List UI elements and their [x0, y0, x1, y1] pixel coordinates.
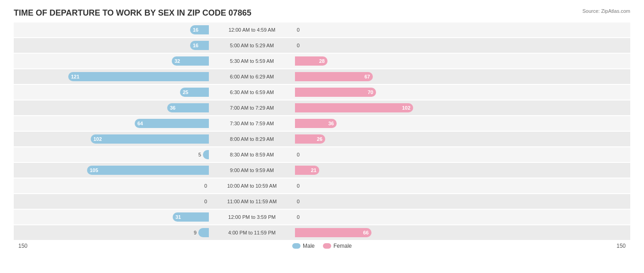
- footer-row: 150 Male Female 150: [14, 243, 630, 249]
- male-section: 25: [14, 85, 211, 100]
- male-value-zero: 0: [204, 183, 207, 189]
- legend-swatch-male: [292, 243, 300, 249]
- male-section: 102: [14, 132, 211, 146]
- footer-scale-right: 150: [617, 243, 626, 249]
- footer-scale-left: 150: [18, 243, 27, 249]
- bar-row: 1216:00 AM to 6:29 AM67: [14, 69, 630, 84]
- legend-item-female: Female: [323, 243, 352, 249]
- male-value-inside: 31: [175, 214, 181, 220]
- time-label: 8:00 AM to 8:29 AM: [211, 136, 293, 142]
- female-value-zero: 0: [297, 152, 300, 157]
- male-bar: [203, 150, 209, 159]
- female-section: 0: [293, 38, 490, 53]
- bar-row: 94:00 PM to 11:59 PM66: [14, 225, 630, 240]
- bar-row: 1059:00 AM to 9:59 AM21: [14, 163, 630, 178]
- time-label: 6:30 AM to 6:59 AM: [211, 89, 293, 95]
- female-bar: 28: [295, 56, 327, 66]
- bar-row: 3112:00 PM to 3:59 PM0: [14, 210, 630, 224]
- male-bar: 16: [190, 41, 209, 50]
- male-value-outside: 9: [194, 230, 196, 235]
- time-label: 12:00 AM to 4:59 AM: [211, 27, 293, 33]
- male-bar: 121: [68, 72, 209, 81]
- female-bar: 66: [295, 228, 371, 237]
- female-section: 28: [293, 54, 490, 68]
- male-section: 0: [14, 194, 211, 209]
- bar-row: 165:00 AM to 5:29 AM0: [14, 38, 630, 53]
- female-section: 0: [293, 178, 490, 193]
- female-value-zero: 0: [297, 214, 300, 220]
- male-section: 5: [14, 147, 211, 162]
- female-section: 0: [293, 210, 490, 224]
- male-section: 0: [14, 178, 211, 193]
- male-bar: 105: [87, 166, 209, 175]
- female-value-inside: 70: [368, 89, 373, 95]
- legend-swatch-female: [323, 243, 331, 249]
- male-bar: [198, 228, 209, 237]
- male-value-inside: 64: [137, 121, 143, 126]
- male-bar: 16: [190, 25, 209, 34]
- time-label: 7:00 AM to 7:29 AM: [211, 105, 293, 111]
- bar-row: 256:30 AM to 6:59 AM70: [14, 85, 630, 100]
- female-bar: 102: [295, 103, 413, 112]
- female-value-inside: 28: [319, 58, 325, 64]
- male-bar: 32: [172, 56, 209, 66]
- male-section: 16: [14, 22, 211, 37]
- male-value-outside: 5: [198, 152, 201, 157]
- male-bar: 102: [91, 134, 209, 144]
- male-value-inside: 102: [93, 136, 102, 142]
- female-value-inside: 21: [311, 167, 317, 173]
- female-value-inside: 36: [328, 121, 334, 126]
- time-label: 10:00 AM to 10:59 AM: [211, 183, 293, 189]
- female-value-zero: 0: [297, 27, 300, 33]
- male-bar: 31: [173, 212, 209, 222]
- male-value-inside: 25: [183, 89, 188, 95]
- male-section: 64: [14, 116, 211, 131]
- female-section: 70: [293, 85, 490, 100]
- male-section: 32: [14, 54, 211, 68]
- male-value-inside: 16: [193, 27, 198, 33]
- female-value-inside: 102: [402, 105, 410, 111]
- legend-label-female: Female: [333, 243, 352, 249]
- time-label: 6:00 AM to 6:29 AM: [211, 74, 293, 79]
- bar-row: 011:00 AM to 11:59 AM0: [14, 194, 630, 209]
- time-label: 7:30 AM to 7:59 AM: [211, 121, 293, 126]
- female-section: 67: [293, 69, 490, 84]
- female-section: 36: [293, 116, 490, 131]
- female-bar: 67: [295, 72, 373, 81]
- female-value-zero: 0: [297, 199, 300, 204]
- female-value-inside: 67: [365, 74, 370, 79]
- male-section: 31: [14, 210, 211, 224]
- time-label: 4:00 PM to 11:59 PM: [211, 230, 293, 235]
- bar-row: 325:30 AM to 5:59 AM28: [14, 54, 630, 68]
- legend: Male Female: [292, 243, 352, 249]
- male-bar: 25: [180, 88, 209, 97]
- chart-area: 1612:00 AM to 4:59 AM0165:00 AM to 5:29 …: [14, 22, 630, 240]
- chart-container: TIME OF DEPARTURE TO WORK BY SEX IN ZIP …: [0, 0, 644, 273]
- male-value-inside: 121: [71, 74, 79, 79]
- male-value-inside: 16: [193, 43, 198, 48]
- female-section: 0: [293, 22, 490, 37]
- female-section: 66: [293, 225, 490, 240]
- time-label: 12:00 PM to 3:59 PM: [211, 214, 293, 220]
- female-section: 0: [293, 194, 490, 209]
- time-label: 5:00 AM to 5:29 AM: [211, 43, 293, 48]
- female-section: 102: [293, 100, 490, 115]
- male-value-inside: 36: [170, 105, 175, 111]
- male-section: 9: [14, 225, 211, 240]
- female-section: 26: [293, 132, 490, 146]
- female-bar: 26: [295, 134, 325, 144]
- female-section: 0: [293, 147, 490, 162]
- bar-row: 647:30 AM to 7:59 AM36: [14, 116, 630, 131]
- female-section: 21: [293, 163, 490, 178]
- female-bar: 70: [295, 88, 376, 97]
- male-section: 105: [14, 163, 211, 178]
- bar-row: 1028:00 AM to 8:29 AM26: [14, 132, 630, 146]
- source-label: Source: ZipAtlas.com: [582, 8, 630, 14]
- male-value-zero: 0: [204, 199, 207, 204]
- female-value-inside: 66: [363, 230, 369, 235]
- bar-row: 010:00 AM to 10:59 AM0: [14, 178, 630, 193]
- female-value-inside: 26: [317, 136, 322, 142]
- male-section: 121: [14, 69, 211, 84]
- female-value-zero: 0: [297, 43, 300, 48]
- female-value-zero: 0: [297, 183, 300, 189]
